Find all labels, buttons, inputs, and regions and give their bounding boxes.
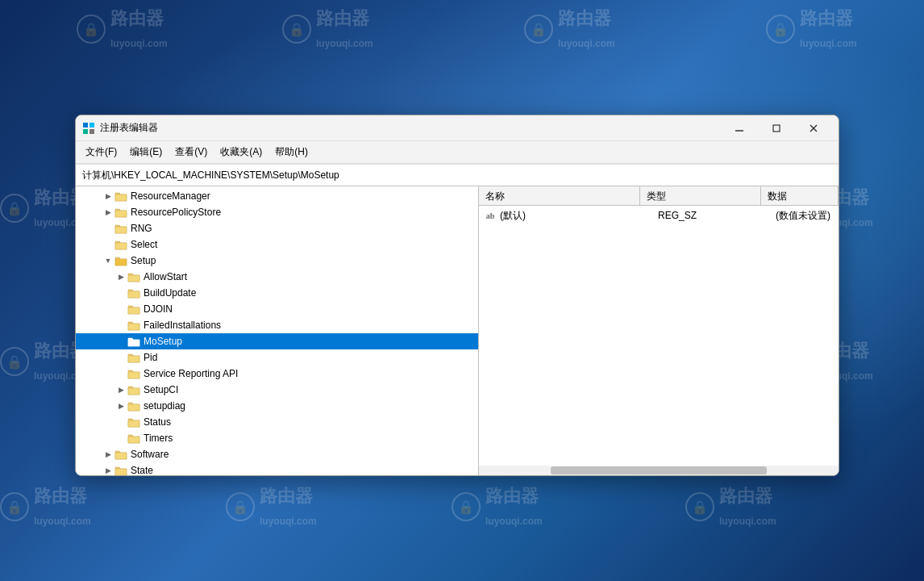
tree-node-allowstart[interactable]: AllowStart (76, 269, 478, 285)
node-label: DJOIN (144, 303, 173, 315)
folder-icon (127, 335, 140, 348)
expand-arrow (114, 351, 127, 364)
minimize-button[interactable] (721, 115, 758, 141)
folder-icon (127, 416, 140, 428)
menu-edit[interactable]: 编辑(E) (123, 142, 169, 162)
folder-icon (127, 383, 140, 396)
tree-node-status[interactable]: Status (76, 414, 478, 430)
svg-rect-0 (83, 123, 88, 127)
watermark: 🔒 路由器luyouqi.com (282, 6, 373, 52)
watermark: 🔒 路由器luyouqi.com (77, 6, 168, 52)
folder-icon (127, 303, 140, 316)
tree-node-failedinstallations[interactable]: FailedInstallations (76, 317, 478, 333)
expand-arrow (102, 464, 114, 475)
folder-icon (127, 351, 140, 364)
tree-node-select[interactable]: Select (76, 236, 478, 253)
expand-arrow (102, 222, 114, 235)
tree-node-software[interactable]: Software (76, 446, 478, 462)
right-content[interactable]: ab (默认) REG_SZ (数值未设置) (479, 206, 839, 466)
content-area: ResourceManager ResourcePolicyStore RNG (76, 186, 839, 475)
tree-panel[interactable]: ResourceManager ResourcePolicyStore RNG (76, 186, 479, 475)
svg-rect-1 (89, 123, 94, 127)
expand-arrow (102, 206, 114, 219)
window-title: 注册表编辑器 (100, 121, 721, 135)
scrollbar-thumb (551, 466, 767, 474)
expand-arrow (114, 319, 127, 332)
tree-node-mosetup[interactable]: MoSetup (76, 333, 478, 349)
svg-rect-3 (89, 129, 94, 134)
reg-value-icon: ab (484, 209, 497, 222)
horizontal-scrollbar[interactable] (479, 466, 839, 475)
col-header-type: 类型 (640, 186, 761, 205)
expand-arrow (114, 383, 127, 396)
folder-icon (127, 270, 140, 283)
expand-arrow (102, 448, 114, 461)
tree-node-state[interactable]: State (76, 462, 478, 475)
right-panel: 名称 类型 数据 ab (默认) REG_SZ (数值未设置) (479, 186, 839, 475)
reg-type: REG_SZ (658, 210, 776, 221)
folder-icon (114, 206, 127, 219)
tree-node-buildupdate[interactable]: BuildUpdate (76, 285, 478, 301)
menu-file[interactable]: 文件(F) (79, 142, 123, 162)
expand-arrow (114, 335, 127, 348)
tree-node-servicereportingapi[interactable]: Service Reporting API (76, 366, 478, 382)
node-label: BuildUpdate (144, 287, 196, 299)
menu-help[interactable]: 帮助(H) (268, 142, 314, 162)
svg-rect-5 (773, 125, 780, 132)
node-label: Timers (144, 433, 173, 444)
node-label: State (131, 465, 153, 475)
expand-arrow (102, 254, 114, 267)
node-label: Setup (131, 255, 156, 266)
tree-node-rng[interactable]: RNG (76, 220, 478, 236)
tree-node-setup[interactable]: Setup (76, 253, 478, 269)
close-button[interactable] (795, 115, 832, 141)
folder-icon (127, 432, 140, 445)
address-input[interactable] (82, 169, 832, 181)
expand-arrow (114, 399, 127, 412)
watermark: 🔒 路由器luyouqi.com (766, 6, 857, 52)
node-label: ResourcePolicyStore (131, 207, 221, 218)
folder-icon (114, 222, 127, 235)
col-header-data: 数据 (761, 186, 839, 205)
node-label: SetupCI (144, 384, 178, 395)
expand-arrow (114, 270, 127, 283)
node-label: ResourceManager (131, 190, 210, 202)
node-label: setupdiag (144, 400, 185, 412)
tree-node-resourcepolicystore[interactable]: ResourcePolicyStore (76, 204, 478, 220)
app-icon (82, 122, 95, 135)
registry-editor-window: 注册表编辑器 文件(F) 编辑(E) 查看(V) 收藏夹(A) 帮助(H) (75, 115, 839, 476)
expand-arrow (114, 367, 127, 380)
tree-node-timers[interactable]: Timers (76, 430, 478, 446)
address-bar (76, 164, 839, 186)
tree-node-resourcemanager[interactable]: ResourceManager (76, 188, 478, 204)
folder-icon (114, 464, 127, 475)
maximize-button[interactable] (758, 115, 795, 141)
folder-icon (114, 238, 127, 251)
expand-arrow (102, 238, 114, 251)
expand-arrow (114, 432, 127, 445)
expand-arrow (114, 416, 127, 428)
menu-view[interactable]: 查看(V) (169, 142, 214, 162)
node-label: FailedInstallations (144, 320, 221, 331)
tree-node-djoin[interactable]: DJOIN (76, 301, 478, 317)
tree-node-setupdiag[interactable]: setupdiag (76, 398, 478, 414)
folder-icon (114, 190, 127, 203)
svg-rect-2 (83, 129, 88, 134)
scrollbar-track (479, 466, 839, 475)
watermark: 🔒 路由器luyouqi.com (226, 484, 317, 529)
tree-node-setupci[interactable]: SetupCI (76, 382, 478, 398)
watermark: 🔒 路由器luyouqi.com (685, 484, 776, 529)
reg-data: (数值未设置) (776, 209, 834, 223)
node-label: Service Reporting API (144, 368, 238, 379)
watermark: 🔒 路由器luyouqi.com (452, 484, 543, 529)
reg-row-default[interactable]: ab (默认) REG_SZ (数值未设置) (481, 207, 837, 224)
expand-arrow (114, 286, 127, 299)
reg-name: (默认) (500, 209, 658, 223)
node-label: AllowStart (144, 271, 187, 282)
tree-node-pid[interactable]: Pid (76, 349, 478, 366)
folder-icon (127, 399, 140, 412)
menu-favorites[interactable]: 收藏夹(A) (214, 142, 268, 162)
node-label: MoSetup (144, 336, 182, 347)
watermark: 🔒 路由器luyouqi.com (524, 6, 615, 52)
title-bar: 注册表编辑器 (76, 115, 839, 141)
